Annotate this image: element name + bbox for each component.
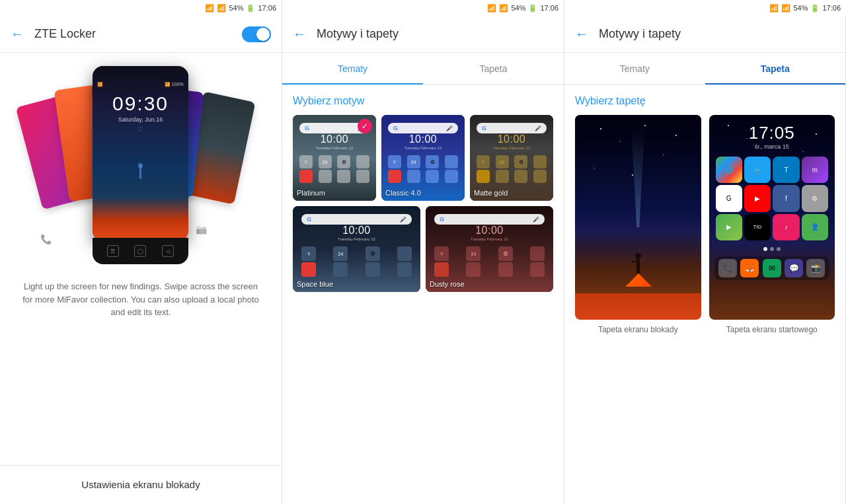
tab-tematy-2[interactable]: Tematy — [282, 54, 423, 85]
time-1: 17:06 — [258, 4, 276, 12]
panel-1-header: ← ZTE Locker — [0, 16, 282, 53]
phone-stack: 📶 📶100% 09:30 Saturday, Jun.16 ♡ — [22, 66, 260, 264]
panel-2-title: Motywy i tapety — [317, 27, 553, 41]
status-bar-2: 📶 📶 54% 🔋 17:06 — [282, 0, 564, 16]
time-3: 17:06 — [822, 4, 841, 12]
theme-matte-gold-screen: G 🎤 10:00 Tuesday February 12 Y 24 ⚙ — [470, 115, 553, 201]
panel-2-tabs: Tematy Tapeta — [282, 53, 564, 85]
theme-time-dusty: 10:00 — [475, 225, 504, 236]
theme-time-platinum: 10:00 — [321, 133, 349, 145]
panel-wallpaper: ← Motywy i tapety Tematy Tapeta Wybierz … — [564, 16, 846, 504]
theme-space-blue-screen: G 🎤 10:00 Tuesday February 12 Y 24 ⚙ — [293, 206, 420, 292]
wp-date: śr., marca 15 — [714, 143, 830, 150]
wifi-icon-2: 📶 — [487, 4, 496, 13]
wallpaper-home-item[interactable]: 17:05 śr., marca 15 🌐 🐦 T m G ▶ f — [709, 115, 835, 334]
theme-platinum-screen: G 🎤 10:00 Tuesday February 12 Y 24 ⚙ — [293, 115, 376, 201]
tab-tematy-3[interactable]: Tematy — [564, 54, 705, 85]
wallpaper-lock-thumb — [575, 115, 701, 320]
phone-main-date: Saturday, Jun.16 — [118, 116, 163, 123]
panel-2-header: ← Motywy i tapety — [282, 16, 564, 53]
signal-icon-2: 📶 — [499, 4, 508, 13]
signal-icon-3: 📶 — [781, 4, 790, 13]
theme-date-matte: Tuesday February 12 — [493, 146, 531, 150]
tab-tapeta-3[interactable]: Tapeta — [705, 54, 846, 85]
phone-heart: ♡ — [137, 126, 143, 133]
panel-1-title: ZTE Locker — [34, 27, 242, 41]
panel-2-body: Wybierz motyw G 🎤 10:00 Tuesday February… — [282, 85, 564, 504]
theme-dusty-rose-screen: G 🎤 10:00 Tuesday February 12 Y 24 ⚙ — [426, 206, 553, 292]
panel-1-body: 📶 📶100% 09:30 Saturday, Jun.16 ♡ — [0, 53, 282, 465]
signal-icon-1: 📶 — [217, 4, 226, 13]
wallpaper-lock-label: Tapeta ekranu blokady — [598, 325, 678, 334]
theme-time-matte: 10:00 — [498, 133, 526, 145]
panel-themes: ← Motywy i tapety Tematy Tapeta Wybierz … — [282, 16, 564, 504]
status-bar-1: 📶 📶 54% 🔋 17:06 — [0, 0, 282, 16]
battery-3: 54% — [793, 4, 808, 12]
battery-icon-2: 🔋 — [528, 4, 537, 13]
themes-grid-top: G 🎤 10:00 Tuesday February 12 Y 24 ⚙ — [293, 115, 553, 201]
wallpaper-grid: Tapeta ekranu blokady 17:05 ś — [575, 115, 835, 334]
theme-check-platinum: ✓ — [358, 119, 372, 133]
theme-name-classic: Classic 4.0 — [385, 189, 421, 197]
theme-date-platinum: Tuesday February 12 — [316, 146, 354, 150]
theme-name-dusty-rose: Dusty rose — [430, 280, 465, 288]
status-bar-3: 📶 📶 54% 🔋 17:06 — [564, 0, 846, 16]
theme-date-dusty: Tuesday February 12 — [471, 237, 508, 241]
theme-time-classic: 10:00 — [409, 133, 438, 145]
zte-locker-toggle[interactable] — [242, 26, 271, 42]
back-button-2[interactable]: ← — [293, 26, 306, 42]
time-2: 17:06 — [540, 4, 558, 12]
theme-item-platinum[interactable]: G 🎤 10:00 Tuesday February 12 Y 24 ⚙ — [293, 115, 376, 201]
theme-name-space-blue: Space blue — [297, 280, 333, 288]
themes-grid-bottom: G 🎤 10:00 Tuesday February 12 Y 24 ⚙ — [293, 206, 553, 292]
theme-name-matte-gold: Matte gold — [474, 189, 508, 197]
theme-search-space: G 🎤 — [301, 214, 412, 225]
theme-name-platinum: Platinum — [297, 189, 325, 197]
theme-item-dusty-rose[interactable]: G 🎤 10:00 Tuesday February 12 Y 24 ⚙ — [426, 206, 553, 292]
panel-description: Light up the screen for new findings. Sw… — [11, 280, 271, 319]
wallpaper-home-label: Tapeta ekranu startowego — [726, 325, 818, 334]
panel-3-tabs: Tematy Tapeta — [564, 53, 845, 85]
panel-3-section-title: Wybierz tapetę — [575, 95, 835, 107]
battery-icon-1: 🔋 — [246, 4, 255, 13]
lock-screen-settings-label: Ustawienia ekranu blokady — [81, 479, 200, 490]
tab-tapeta-2[interactable]: Tapeta — [423, 54, 564, 85]
panel-2-section-title: Wybierz motyw — [293, 95, 553, 107]
wallpaper-lock-item[interactable]: Tapeta ekranu blokady — [575, 115, 701, 334]
panel-zte-locker: ← ZTE Locker — [0, 16, 282, 504]
theme-search-classic: G 🎤 — [388, 123, 458, 133]
phone-main: 📶 📶100% 09:30 Saturday, Jun.16 ♡ — [93, 66, 188, 241]
main-content: ← ZTE Locker — [0, 16, 846, 504]
theme-search-dusty: G 🎤 — [434, 214, 545, 225]
wp-time: 17:05 — [714, 123, 830, 143]
battery-1: 54% — [229, 4, 243, 12]
status-bars: 📶 📶 54% 🔋 17:06 📶 📶 54% 🔋 17:06 📶 📶 54% … — [0, 0, 846, 16]
wifi-icon-3: 📶 — [769, 4, 779, 13]
back-button-1[interactable]: ← — [11, 26, 24, 42]
battery-icon-3: 🔋 — [810, 4, 820, 13]
theme-item-matte-gold[interactable]: G 🎤 10:00 Tuesday February 12 Y 24 ⚙ — [470, 115, 553, 201]
phone-main-time: 09:30 — [112, 92, 169, 115]
theme-date-space: Tuesday February 12 — [338, 237, 375, 241]
theme-classic-screen: G 🎤 10:00 Tuesday February 12 Y 24 ⚙ — [381, 115, 465, 201]
wifi-icon-1: 📶 — [205, 4, 214, 13]
theme-time-space: 10:00 — [342, 225, 371, 236]
theme-search-matte: G 🎤 — [477, 123, 547, 133]
panel-3-header: ← Motywy i tapety — [564, 16, 845, 53]
panel-3-body: Wybierz tapetę — [564, 85, 845, 504]
theme-item-space-blue[interactable]: G 🎤 10:00 Tuesday February 12 Y 24 ⚙ — [293, 206, 420, 292]
back-button-3[interactable]: ← — [575, 26, 588, 42]
wallpaper-home-thumb: 17:05 śr., marca 15 🌐 🐦 T m G ▶ f — [709, 115, 835, 320]
battery-2: 54% — [511, 4, 525, 12]
panel-3-title: Motywy i tapety — [599, 27, 835, 41]
theme-date-classic: Tuesday February 12 — [404, 146, 442, 150]
theme-item-classic[interactable]: G 🎤 10:00 Tuesday February 12 Y 24 ⚙ — [381, 115, 465, 201]
panel-1-footer[interactable]: Ustawienia ekranu blokady — [0, 465, 282, 504]
